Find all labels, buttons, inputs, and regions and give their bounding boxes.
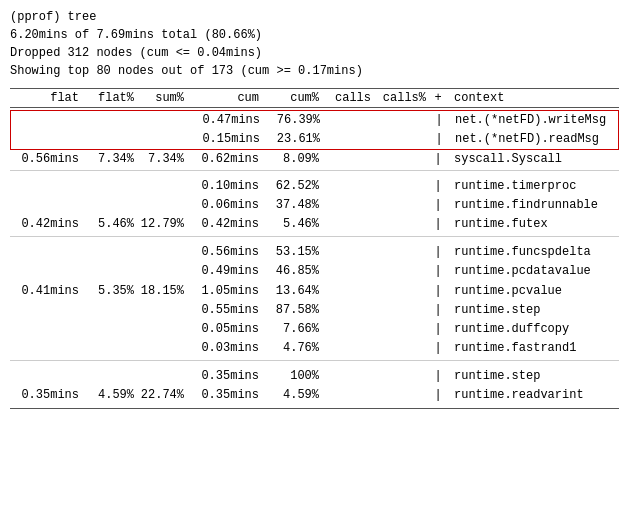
cell-flatpct: 5.46% xyxy=(85,215,140,234)
cell-cumpct: 87.58% xyxy=(265,301,325,320)
cell-plus: | xyxy=(430,215,446,234)
cell-plus: | xyxy=(431,111,447,130)
row-group-3: 0.56mins 53.15% | runtime.funcspdelta 0.… xyxy=(10,237,619,361)
cell-plus: | xyxy=(430,150,446,169)
main-row-group2: 0.42mins 5.46% 12.79% 0.42mins 5.46% | r… xyxy=(10,215,619,234)
cell-plus: | xyxy=(430,301,446,320)
cell-plus: | xyxy=(430,320,446,339)
header-line3: Dropped 312 nodes (cum <= 0.04mins) xyxy=(10,44,619,62)
cell-cum: 0.62mins xyxy=(190,150,265,169)
cell-cum: 0.42mins xyxy=(190,215,265,234)
cell-plus: | xyxy=(430,196,446,215)
cell-plus: | xyxy=(431,130,447,149)
cell-cum: 0.06mins xyxy=(190,196,265,215)
header-line4: Showing top 80 nodes out of 173 (cum >= … xyxy=(10,62,619,80)
cell-cumpct: 53.15% xyxy=(265,243,325,262)
cell-context: runtime.findrunnable xyxy=(446,196,619,215)
extra-row-g3-2: 0.05mins 7.66% | runtime.duffcopy xyxy=(10,320,619,339)
row-group-2: 0.10mins 62.52% | runtime.timerproc 0.06… xyxy=(10,171,619,238)
cell-sumpct: 12.79% xyxy=(140,215,190,234)
main-row-group3: 0.41mins 5.35% 18.15% 1.05mins 13.64% | … xyxy=(10,282,619,301)
cell-cumpct: 100% xyxy=(265,367,325,386)
cell-cum: 0.35mins xyxy=(190,386,265,405)
row-group-highlighted: 0.47mins 76.39% | net.(*netFD).writeMsg … xyxy=(10,110,619,171)
cell-context: runtime.pcdatavalue xyxy=(446,262,619,281)
cell-context: runtime.readvarint xyxy=(446,386,619,405)
cell-context: runtime.duffcopy xyxy=(446,320,619,339)
cell-cumpct: 7.66% xyxy=(265,320,325,339)
cell-cumpct: 4.76% xyxy=(265,339,325,358)
highlighted-row-2: 0.15mins 23.61% | net.(*netFD).readMsg xyxy=(11,130,618,149)
cell-context: runtime.step xyxy=(446,301,619,320)
cell-cumpct: 62.52% xyxy=(265,177,325,196)
col-header-callspct: calls% xyxy=(375,91,430,105)
col-header-context: context xyxy=(446,91,619,105)
cell-flat: 0.56mins xyxy=(10,150,85,169)
header-line1: (pprof) tree xyxy=(10,8,619,26)
sub-row-g2-1: 0.10mins 62.52% | runtime.timerproc xyxy=(10,177,619,196)
col-header-sumpct: sum% xyxy=(140,91,190,105)
sub-row-g3-1: 0.56mins 53.15% | runtime.funcspdelta xyxy=(10,243,619,262)
cell-cum: 0.49mins xyxy=(190,262,265,281)
cell-sumpct: 7.34% xyxy=(140,150,190,169)
header-section: (pprof) tree 6.20mins of 7.69mins total … xyxy=(10,8,619,80)
cell-cum: 0.35mins xyxy=(190,367,265,386)
col-header-cumpct: cum% xyxy=(265,91,325,105)
cell-cum: 0.47mins xyxy=(191,111,266,130)
cell-cum: 0.03mins xyxy=(190,339,265,358)
cell-context: net.(*netFD).readMsg xyxy=(447,130,618,149)
col-header-cum: cum xyxy=(190,91,265,105)
cell-cumpct: 23.61% xyxy=(266,130,326,149)
cell-flatpct: 5.35% xyxy=(85,282,140,301)
column-headers: flat flat% sum% cum cum% calls calls% + … xyxy=(10,88,619,108)
cell-context: runtime.futex xyxy=(446,215,619,234)
cell-flat: 0.41mins xyxy=(10,282,85,301)
cell-flatpct: 7.34% xyxy=(85,150,140,169)
cell-flatpct: 4.59% xyxy=(85,386,140,405)
row-group-4: 0.35mins 100% | runtime.step 0.35mins 4.… xyxy=(10,361,619,408)
cell-flat: 0.35mins xyxy=(10,386,85,405)
cell-cum: 0.10mins xyxy=(190,177,265,196)
cell-cumpct: 76.39% xyxy=(266,111,326,130)
col-header-plus: + xyxy=(430,91,446,105)
cell-plus: | xyxy=(430,386,446,405)
cell-context: runtime.step xyxy=(446,367,619,386)
extra-row-g3-3: 0.03mins 4.76% | runtime.fastrand1 xyxy=(10,339,619,358)
cell-cumpct: 46.85% xyxy=(265,262,325,281)
cell-cumpct: 4.59% xyxy=(265,386,325,405)
col-header-flat: flat xyxy=(10,91,85,105)
cell-plus: | xyxy=(430,367,446,386)
cell-plus: | xyxy=(430,177,446,196)
table-container: flat flat% sum% cum cum% calls calls% + … xyxy=(10,88,619,409)
cell-context: runtime.funcspdelta xyxy=(446,243,619,262)
sub-row-g4-1: 0.35mins 100% | runtime.step xyxy=(10,367,619,386)
cell-cum: 0.56mins xyxy=(190,243,265,262)
cell-cumpct: 13.64% xyxy=(265,282,325,301)
cell-plus: | xyxy=(430,282,446,301)
cell-cumpct: 8.09% xyxy=(265,150,325,169)
main-row-group4: 0.35mins 4.59% 22.74% 0.35mins 4.59% | r… xyxy=(10,386,619,405)
cell-context: syscall.Syscall xyxy=(446,150,619,169)
extra-row-g3-1: 0.55mins 87.58% | runtime.step xyxy=(10,301,619,320)
cell-cum: 1.05mins xyxy=(190,282,265,301)
cell-sumpct: 22.74% xyxy=(140,386,190,405)
col-header-calls: calls xyxy=(325,91,375,105)
cell-cumpct: 37.48% xyxy=(265,196,325,215)
cell-cum: 0.05mins xyxy=(190,320,265,339)
cell-sumpct: 18.15% xyxy=(140,282,190,301)
cell-cum: 0.55mins xyxy=(190,301,265,320)
col-header-flatpct: flat% xyxy=(85,91,140,105)
main-row-group1: 0.56mins 7.34% 7.34% 0.62mins 8.09% | sy… xyxy=(10,150,619,169)
cell-context: runtime.timerproc xyxy=(446,177,619,196)
sub-row-g3-2: 0.49mins 46.85% | runtime.pcdatavalue xyxy=(10,262,619,281)
cell-flat: 0.42mins xyxy=(10,215,85,234)
cell-plus: | xyxy=(430,262,446,281)
cell-plus: | xyxy=(430,339,446,358)
cell-plus: | xyxy=(430,243,446,262)
data-section: 0.47mins 76.39% | net.(*netFD).writeMsg … xyxy=(10,110,619,409)
cell-cumpct: 5.46% xyxy=(265,215,325,234)
header-line2: 6.20mins of 7.69mins total (80.66%) xyxy=(10,26,619,44)
cell-context: runtime.fastrand1 xyxy=(446,339,619,358)
cell-context: runtime.pcvalue xyxy=(446,282,619,301)
cell-cum: 0.15mins xyxy=(191,130,266,149)
